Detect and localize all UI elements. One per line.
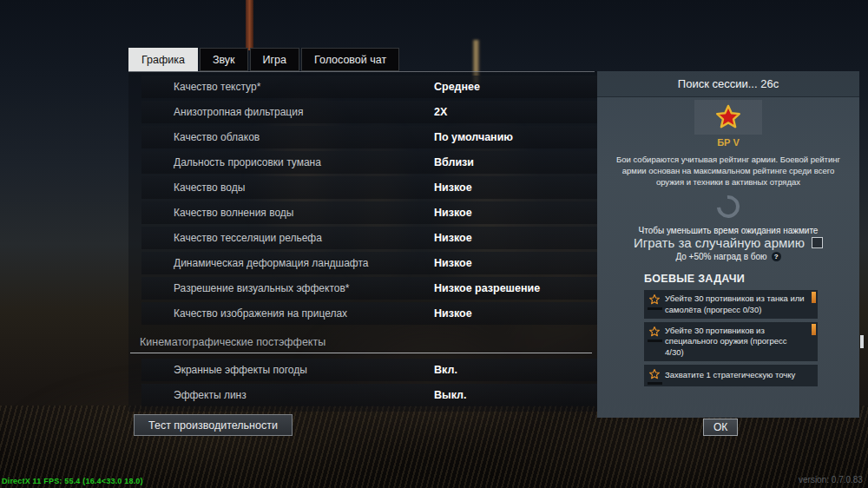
setting-label: Качество текстур* [174, 81, 260, 93]
setting-value: Низкое [434, 307, 472, 320]
setting-label: Качество волнения воды [174, 207, 293, 219]
section-header-cinematic-posteffects: Кинематографические постэффекты [140, 336, 326, 348]
setting-value: Среднее [434, 81, 480, 93]
task-progress-bar [648, 382, 662, 385]
setting-row-anisotropic-filtering[interactable]: Анизотропная фильтрация 2X [141, 101, 597, 123]
task-progress-bar [648, 340, 662, 342]
setting-row-vfx-resolution[interactable]: Разрешение визуальных эффектов* Низкое р… [141, 277, 597, 300]
tab-game[interactable]: Игра [250, 48, 299, 71]
setting-label: Динамическая деформация ландшафта [174, 257, 369, 269]
version-label: version: 0.7.0.83 [799, 475, 863, 485]
task-star-icon [648, 326, 661, 338]
posteffects-settings-list: Экранные эффекты погоды Вкл. Эффекты лин… [141, 359, 597, 409]
task-star-icon [648, 293, 661, 306]
setting-label: Качество облаков [174, 131, 260, 143]
matchmaking-description: Бои собираются учитывая рейтинг армии. Б… [608, 154, 848, 188]
setting-value: Выкл. [434, 389, 467, 401]
setting-label: Дальность прорисовки тумана [174, 156, 321, 168]
reward-note-label: До +50% наград в бою [675, 252, 766, 261]
battle-rating-label: БР V [597, 137, 859, 148]
graphics-settings-list: Качество текстур* Среднее Анизотропная ф… [141, 76, 597, 327]
random-army-label: Играть за случайную армию [634, 235, 805, 250]
battle-task-special-weapon-kills: Убейте 30 противников из специального ор… [644, 322, 818, 361]
scrollbar-thumb[interactable] [860, 335, 864, 348]
random-army-checkbox[interactable] [812, 237, 823, 248]
setting-row-terrain-tessellation[interactable]: Качество тесселяции рельефа Низкое [141, 227, 597, 249]
task-star-icon [648, 368, 661, 380]
rifle-barrel-background [246, 0, 253, 50]
setting-label: Экранные эффекты погоды [174, 364, 307, 376]
setting-row-water-waves-quality[interactable]: Качество волнения воды Низкое [141, 201, 597, 224]
task-text: Захватите 1 стратегическую точку [665, 370, 795, 380]
setting-value: По умолчанию [434, 131, 513, 143]
tab-voice-chat[interactable]: Голосовой чат [301, 48, 399, 71]
task-bookmark-marker [812, 292, 816, 303]
setting-value: Низкое разрешение [434, 282, 540, 294]
tab-sound[interactable]: Звук [200, 48, 248, 71]
setting-value: Низкое [434, 257, 472, 269]
task-text: Убейте 30 противников из танка или самол… [665, 293, 807, 315]
session-search-panel: Поиск сессии... 26с БР V Бои собираются … [597, 71, 859, 418]
setting-value: Низкое [434, 207, 472, 219]
battle-task-tank-plane-kills: Убейте 30 противников из танка или самол… [644, 290, 818, 319]
fps-counter: DirectX 11 FPS: 55.4 (16.4<33.0 18.0) [2, 477, 143, 485]
setting-row-landscape-deformation[interactable]: Динамическая деформация ландшафта Низкое [141, 252, 597, 274]
battle-task-capture-point: Захватите 1 стратегическую точку [644, 365, 818, 386]
setting-value: Вблизи [434, 156, 474, 168]
benchmark-button[interactable]: Тест производительности [134, 414, 293, 436]
tab-graphics[interactable]: Графика [128, 48, 198, 71]
reward-note-row: До +50% наград в бою ? [597, 252, 859, 261]
ok-button[interactable]: ОК [703, 419, 738, 436]
help-icon[interactable]: ? [772, 252, 781, 261]
loading-spinner [713, 191, 745, 223]
setting-label: Качество воды [174, 181, 245, 194]
setting-value: Вкл. [434, 364, 457, 376]
setting-row-texture-quality[interactable]: Качество текстур* Среднее [141, 76, 597, 98]
setting-row-scope-image-quality[interactable]: Качество изображения на прицелах Низкое [141, 302, 597, 325]
task-progress-bar [648, 307, 662, 310]
wait-time-hint: Чтобы уменьшить время ожидания нажмите [597, 226, 859, 235]
setting-label: Эффекты линз [174, 389, 247, 401]
setting-row-weather-screen-effects[interactable]: Экранные эффекты погоды Вкл. [141, 359, 597, 381]
setting-label: Качество изображения на прицелах [174, 307, 347, 320]
setting-row-lens-effects[interactable]: Эффекты линз Выкл. [141, 384, 597, 406]
setting-row-fog-distance[interactable]: Дальность прорисовки тумана Вблизи [141, 151, 597, 174]
section-divider [130, 353, 592, 353]
settings-tab-bar: Графика Звук Игра Голосовой чат [128, 48, 399, 71]
setting-label: Разрешение визуальных эффектов* [174, 282, 349, 294]
random-army-row: Играть за случайную армию [597, 235, 859, 250]
task-bookmark-marker [812, 324, 816, 335]
setting-value: 2X [434, 106, 447, 118]
red-star-icon [714, 103, 742, 131]
setting-row-water-quality[interactable]: Качество воды Низкое [141, 176, 597, 199]
tab-underline [128, 71, 595, 72]
setting-label: Качество тесселяции рельефа [174, 232, 322, 244]
setting-value: Низкое [434, 232, 472, 244]
task-text: Убейте 30 противников из специального ор… [665, 326, 807, 358]
battle-tasks-header: БОЕВЫЕ ЗАДАЧИ [644, 273, 859, 285]
battle-task-list: Убейте 30 противников из танка или самол… [644, 290, 818, 386]
setting-row-cloud-quality[interactable]: Качество облаков По умолчанию [141, 126, 597, 148]
setting-value: Низкое [434, 181, 472, 194]
setting-label: Анизотропная фильтрация [174, 106, 303, 118]
session-search-title: Поиск сессии... 26с [597, 71, 859, 97]
army-emblem-box [694, 100, 762, 135]
